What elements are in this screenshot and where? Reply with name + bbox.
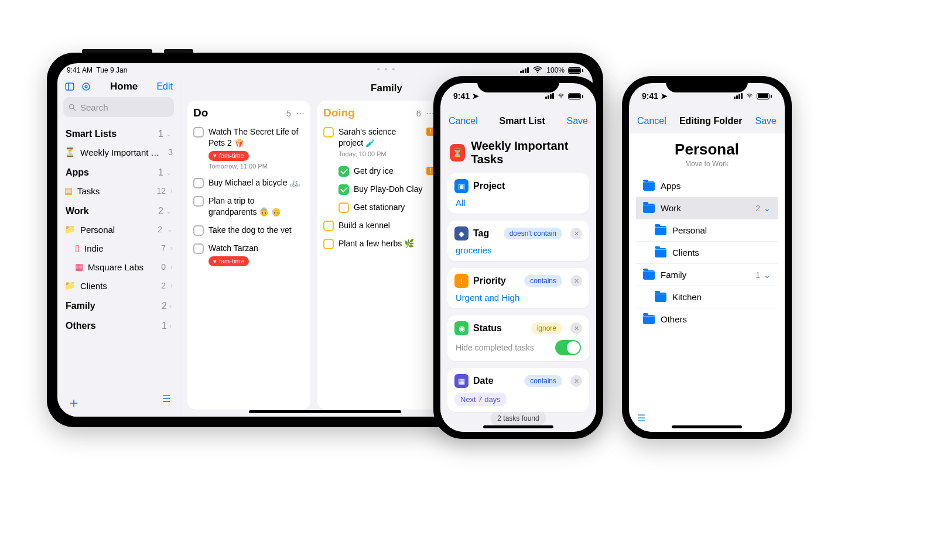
column-title: Do <box>193 106 208 119</box>
cancel-button[interactable]: Cancel <box>637 116 666 126</box>
column-title: Doing <box>323 106 355 119</box>
sidebar-item-weekly-important[interactable]: ⏳Weekly Important Tasks3 <box>61 143 176 162</box>
task-row[interactable]: Plant a few herbs 🌿 <box>323 235 435 253</box>
filter-status[interactable]: ◉Statusignore✕ Hide completed tasks <box>447 315 589 361</box>
folder-row-kitchen[interactable]: Kitchen <box>636 286 778 308</box>
checkbox[interactable] <box>193 225 204 236</box>
filter-value[interactable]: Urgent and High <box>454 288 582 303</box>
checkbox[interactable] <box>323 239 334 249</box>
more-icon[interactable]: ⋯ <box>296 108 305 118</box>
checkbox-checked[interactable] <box>338 184 349 195</box>
status-time: 9:41 <box>642 91 658 101</box>
task-row[interactable]: Plan a trip to grandparents 👵 👴 <box>193 192 305 221</box>
save-button[interactable]: Save <box>567 116 588 126</box>
sidebar-item-msquare[interactable]: ▦Msquare Labs0› <box>61 257 176 276</box>
battery-icon <box>568 67 583 74</box>
phone-icon: ▯ <box>75 243 80 253</box>
column-count: 5 <box>286 108 291 118</box>
save-button[interactable]: Save <box>755 116 777 126</box>
filter-project[interactable]: ▣Project All <box>447 173 589 214</box>
column-doing: Doing6⋯ Sarah's science project 🧪Today, … <box>317 101 440 410</box>
folder-icon <box>655 248 666 257</box>
svg-point-4 <box>85 85 87 88</box>
subtask-row[interactable]: Get stationary <box>323 198 435 217</box>
clear-icon[interactable]: ✕ <box>570 322 582 334</box>
folder-row-work[interactable]: Work2⌄ <box>636 197 778 219</box>
checkbox[interactable] <box>193 178 204 188</box>
filter-date[interactable]: ▦Datecontains✕ Next 7 days <box>447 368 589 412</box>
subtask-row[interactable]: Get dry ice <box>323 162 435 180</box>
task-row[interactable]: Buy Michael a bicycle 🚲 <box>193 174 305 192</box>
settings-icon[interactable] <box>81 81 91 92</box>
condition-pill[interactable]: doesn't contain <box>504 228 562 239</box>
checkbox[interactable] <box>193 196 204 207</box>
home-indicator[interactable] <box>672 425 742 428</box>
clear-icon[interactable]: ✕ <box>570 228 582 239</box>
task-row[interactable]: Watch Tarzan♥fam-time <box>193 239 305 270</box>
clear-icon[interactable]: ✕ <box>570 275 582 287</box>
condition-pill[interactable]: contains <box>524 375 562 387</box>
condition-pill[interactable]: contains <box>524 275 562 287</box>
list-style-icon[interactable]: ☰ <box>162 393 170 412</box>
folder-title[interactable]: Personal <box>636 137 778 160</box>
clear-icon[interactable]: ✕ <box>570 375 582 387</box>
subtask-row[interactable]: Buy Play-Doh Clay <box>323 180 435 198</box>
add-button[interactable]: ＋ <box>67 393 81 412</box>
home-indicator[interactable] <box>249 410 401 413</box>
sidebar-item-indie[interactable]: ▯Indie7› <box>61 239 176 257</box>
task-row[interactable]: Take the dog to the vet <box>193 221 305 239</box>
home-indicator[interactable] <box>483 425 553 428</box>
checkbox[interactable] <box>323 127 334 138</box>
condition-pill[interactable]: ignore <box>531 322 562 334</box>
folder-row-family[interactable]: Family1⌄ <box>636 263 778 286</box>
checkbox-checked[interactable] <box>338 166 349 177</box>
filter-priority[interactable]: !Prioritycontains✕ Urgent and High <box>447 268 589 308</box>
search-icon <box>68 103 77 112</box>
section-smartlists[interactable]: Smart Lists1⌄ <box>61 123 176 143</box>
section-work[interactable]: Work2⌄ <box>61 200 176 220</box>
checkbox[interactable] <box>323 221 334 231</box>
task-row[interactable]: Sarah's science project 🧪Today, 10:00 PM <box>323 123 435 162</box>
svg-line-6 <box>73 108 75 110</box>
edit-button[interactable]: Edit <box>156 81 173 92</box>
tag-icon: ◆ <box>454 226 468 241</box>
hide-completed-toggle[interactable] <box>555 340 581 355</box>
section-family[interactable]: Family2› <box>61 295 176 315</box>
checkbox[interactable] <box>338 202 349 213</box>
cellular-icon <box>520 67 529 73</box>
folder-row-apps[interactable]: Apps <box>636 175 778 197</box>
location-icon: ➤ <box>472 91 479 101</box>
search-input[interactable]: Search <box>63 97 174 117</box>
filter-value[interactable]: All <box>454 193 582 208</box>
status-icon: ◉ <box>454 321 468 335</box>
task-row[interactable]: Watch The Secret Life of Pets 2 🍿♥fam-ti… <box>193 123 305 174</box>
cancel-button[interactable]: Cancel <box>449 116 478 126</box>
sidebar-toggle-icon[interactable] <box>64 81 75 92</box>
folder-icon <box>643 204 655 213</box>
battery-icon <box>568 93 583 99</box>
sidebar-item-tasks[interactable]: ▤Tasks12› <box>61 181 176 200</box>
folder-icon <box>655 293 666 302</box>
date-chip[interactable]: Next 7 days <box>454 393 507 406</box>
chevron-right-icon: › <box>170 187 173 195</box>
sidebar-item-personal[interactable]: 📁Personal2⌄ <box>61 220 176 239</box>
task-row[interactable]: Build a kennel <box>323 217 435 235</box>
filter-tag[interactable]: ◆Tagdoesn't contain✕ groceries <box>447 221 589 261</box>
grabber-icon[interactable]: ● ● ● <box>377 66 396 72</box>
list-style-icon[interactable]: ☰ <box>637 413 645 424</box>
filter-value[interactable]: groceries <box>454 241 582 255</box>
folder-row-personal[interactable]: Personal <box>636 219 778 241</box>
sidebar-item-clients[interactable]: 📁Clients2› <box>61 276 176 295</box>
tag-famtime[interactable]: ♥fam-time <box>208 256 249 266</box>
folder-row-others[interactable]: Others <box>636 308 778 330</box>
org-icon: ▦ <box>75 262 83 272</box>
section-apps[interactable]: Apps1⌄ <box>61 162 176 181</box>
checkbox[interactable] <box>193 243 204 254</box>
tag-famtime[interactable]: ♥fam-time <box>208 151 249 161</box>
hourglass-icon: ⏳ <box>450 144 465 162</box>
project-icon: ▣ <box>454 179 468 193</box>
chevron-down-icon: ⌄ <box>166 130 172 138</box>
section-others[interactable]: Others1› <box>61 315 176 335</box>
folder-row-clients[interactable]: Clients <box>636 241 778 263</box>
checkbox[interactable] <box>193 127 204 138</box>
